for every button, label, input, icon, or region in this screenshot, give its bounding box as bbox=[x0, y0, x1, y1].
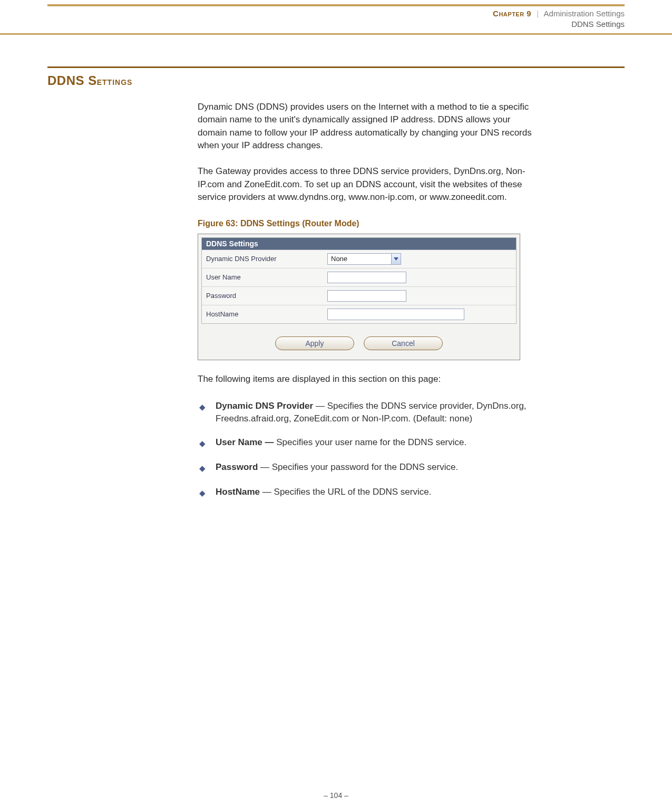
label-provider: Dynamic DNS Provider bbox=[206, 255, 327, 263]
page-number: – 104 – bbox=[0, 791, 672, 800]
list-item-rest: Specifies your user name for the DDNS se… bbox=[274, 437, 467, 447]
cancel-button[interactable]: Cancel bbox=[364, 336, 443, 350]
list-item-term: Dynamic DNS Provider bbox=[216, 401, 313, 411]
paragraph-2: The Gateway provides access to three DDN… bbox=[198, 165, 535, 204]
figure-caption: Figure 63: DDNS Settings (Router Mode) bbox=[198, 219, 535, 228]
row-provider: Dynamic DNS Provider None bbox=[202, 250, 516, 268]
label-username: User Name bbox=[206, 273, 327, 281]
chevron-down-icon[interactable] bbox=[391, 254, 401, 264]
input-hostname[interactable] bbox=[327, 309, 464, 320]
input-username[interactable] bbox=[327, 272, 406, 283]
figure-button-row: Apply Cancel bbox=[198, 327, 520, 352]
list-item: ◆ Dynamic DNS Provider — Specifies the D… bbox=[198, 400, 535, 426]
list-item-rest: — Specifies the URL of the DDNS service. bbox=[260, 487, 431, 497]
diamond-bullet-icon: ◆ bbox=[198, 486, 207, 500]
label-hostname: HostName bbox=[206, 310, 327, 318]
list-item-text: User Name — Specifies your user name for… bbox=[216, 436, 466, 450]
select-provider[interactable]: None bbox=[327, 253, 401, 265]
diamond-bullet-icon: ◆ bbox=[198, 436, 207, 450]
diamond-bullet-icon: ◆ bbox=[198, 461, 207, 475]
select-provider-value: None bbox=[328, 254, 391, 264]
paragraph-1: Dynamic DNS (DDNS) provides users on the… bbox=[198, 101, 535, 153]
section-heading: DDNS Settings bbox=[47, 73, 625, 88]
section-heading-big: DDNS S bbox=[47, 73, 97, 88]
input-password[interactable] bbox=[327, 290, 406, 302]
paragraph-3: The following items are displayed in thi… bbox=[198, 373, 535, 386]
header-line-1: Chapter 9 | Administration Settings bbox=[47, 8, 625, 19]
top-rule bbox=[47, 4, 625, 6]
list-item: ◆ Password — Specifies your password for… bbox=[198, 461, 535, 475]
list-item: ◆ HostName — Specifies the URL of the DD… bbox=[198, 486, 535, 500]
list-item-text: HostName — Specifies the URL of the DDNS… bbox=[216, 486, 431, 500]
list-item-rest: — Specifies your password for the DDNS s… bbox=[258, 462, 458, 472]
figure-ddns-settings: DDNS Settings Dynamic DNS Provider None … bbox=[198, 234, 520, 360]
list-item-term: User Name — bbox=[216, 437, 274, 447]
chapter-label: Chapter 9 bbox=[493, 9, 531, 18]
list-item: ◆ User Name — Specifies your user name f… bbox=[198, 436, 535, 450]
list-item-term: HostName bbox=[216, 487, 260, 497]
row-password: Password bbox=[202, 287, 516, 305]
apply-button[interactable]: Apply bbox=[275, 336, 354, 350]
list-item-text: Password — Specifies your password for t… bbox=[216, 461, 458, 475]
header-line-2: DDNS Settings bbox=[47, 19, 625, 30]
diamond-bullet-icon: ◆ bbox=[198, 400, 207, 426]
item-list: ◆ Dynamic DNS Provider — Specifies the D… bbox=[198, 400, 535, 500]
row-hostname: HostName bbox=[202, 305, 516, 323]
figure-titlebar: DDNS Settings bbox=[202, 238, 516, 250]
row-username: User Name bbox=[202, 268, 516, 287]
label-password: Password bbox=[206, 292, 327, 300]
header-right-text: Administration Settings bbox=[544, 9, 625, 18]
section-heading-small: ettings bbox=[97, 75, 133, 87]
list-item-term: Password bbox=[216, 462, 258, 472]
section-rule bbox=[47, 66, 625, 68]
header-under-rule bbox=[0, 33, 672, 35]
list-item-text: Dynamic DNS Provider — Specifies the DDN… bbox=[216, 400, 535, 426]
page-header: Chapter 9 | Administration Settings DDNS… bbox=[47, 8, 625, 30]
header-separator: | bbox=[537, 9, 539, 18]
